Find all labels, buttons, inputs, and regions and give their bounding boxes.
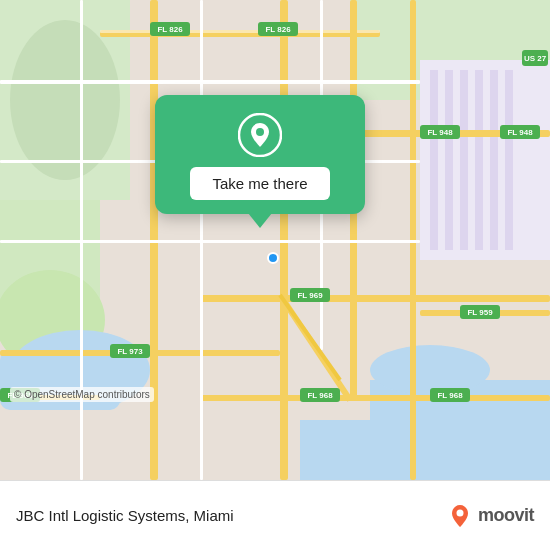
svg-rect-34 <box>80 0 83 480</box>
svg-text:FL 826: FL 826 <box>157 25 183 34</box>
svg-rect-24 <box>200 395 550 401</box>
svg-rect-31 <box>0 80 420 84</box>
svg-text:FL 948: FL 948 <box>507 128 533 137</box>
map-svg: FL 826 FL 826 US 27 FL 948 FL 948 FL 969… <box>0 0 550 480</box>
svg-rect-13 <box>430 70 438 250</box>
map-container: FL 826 FL 826 US 27 FL 948 FL 948 FL 969… <box>0 0 550 480</box>
take-me-there-button[interactable]: Take me there <box>190 167 329 200</box>
svg-text:FL 968: FL 968 <box>307 391 333 400</box>
destination-label: JBC Intl Logistic Systems, Miami <box>16 507 446 524</box>
bottom-bar: JBC Intl Logistic Systems, Miami moovit <box>0 480 550 550</box>
svg-point-63 <box>256 128 264 136</box>
svg-text:US 27: US 27 <box>524 54 547 63</box>
svg-text:FL 948: FL 948 <box>427 128 453 137</box>
svg-rect-33 <box>0 240 420 243</box>
location-pin-icon <box>238 113 282 157</box>
svg-rect-22 <box>200 295 550 302</box>
moovit-logo: moovit <box>446 502 534 530</box>
svg-rect-12 <box>420 60 550 260</box>
svg-point-64 <box>456 509 463 516</box>
svg-point-11 <box>370 345 490 395</box>
svg-rect-15 <box>460 70 468 250</box>
svg-rect-20 <box>100 30 380 33</box>
svg-rect-10 <box>300 420 550 480</box>
svg-text:FL 968: FL 968 <box>437 391 463 400</box>
svg-text:FL 973: FL 973 <box>117 347 143 356</box>
popup-card: Take me there <box>155 95 365 214</box>
svg-rect-14 <box>445 70 453 250</box>
map-attribution: © OpenStreetMap contributors <box>10 387 154 402</box>
svg-point-2 <box>10 20 120 180</box>
svg-text:FL 969: FL 969 <box>297 291 323 300</box>
svg-rect-35 <box>200 0 203 480</box>
svg-rect-18 <box>505 70 513 250</box>
svg-rect-16 <box>475 70 483 250</box>
svg-point-61 <box>268 253 278 263</box>
moovit-pin-icon <box>446 502 474 530</box>
svg-rect-17 <box>490 70 498 250</box>
svg-text:FL 826: FL 826 <box>265 25 291 34</box>
svg-text:FL 959: FL 959 <box>467 308 493 317</box>
moovit-text: moovit <box>478 505 534 526</box>
